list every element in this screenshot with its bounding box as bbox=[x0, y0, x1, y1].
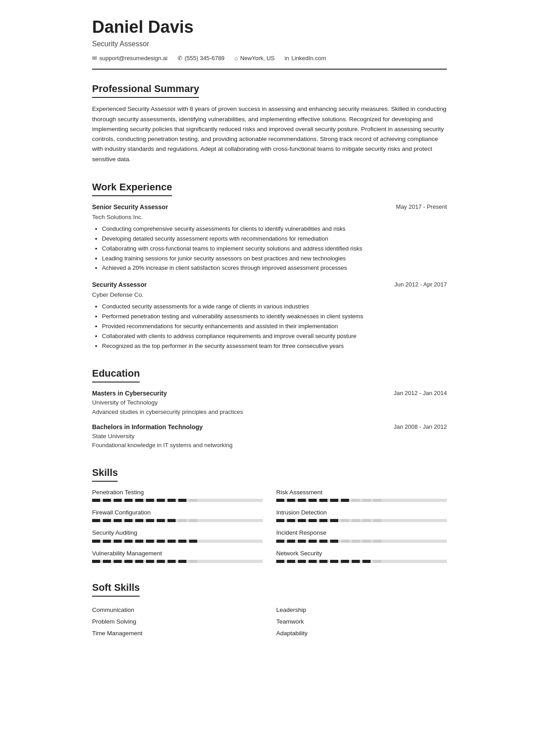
candidate-name: Daniel Davis bbox=[92, 18, 447, 37]
job-role: Security Assessor bbox=[92, 280, 147, 290]
skill-name: Firewall Configuration bbox=[92, 508, 263, 517]
edu-school: University of Technology bbox=[92, 398, 447, 407]
bullet-item: Conducted security assessments for a wid… bbox=[102, 302, 447, 312]
job-bullets: Conducted security assessments for a wid… bbox=[92, 302, 447, 351]
edu-date: Jan 2012 - Jan 2014 bbox=[393, 389, 447, 398]
contact-phone: ✆ (555) 345-6789 bbox=[177, 54, 225, 63]
skill-bar bbox=[276, 560, 447, 563]
job-date: May 2017 - Present bbox=[396, 202, 447, 211]
job-entry: Senior Security Assessor May 2017 - Pres… bbox=[92, 202, 447, 273]
edu-desc: Advanced studies in cybersecurity princi… bbox=[92, 408, 447, 417]
work-experience-title: Work Experience bbox=[92, 180, 172, 196]
skill-bar bbox=[92, 560, 263, 563]
edu-date: Jan 2008 - Jan 2012 bbox=[393, 422, 447, 431]
skill-name: Risk Assessment bbox=[276, 488, 447, 497]
bullet-item: Achieved a 20% increase in client satisf… bbox=[102, 264, 447, 273]
skill-item: Firewall Configuration bbox=[92, 508, 263, 522]
skill-name: Network Security bbox=[276, 549, 447, 558]
job-company: Cyber Defense Co. bbox=[92, 290, 447, 299]
skill-bar bbox=[92, 519, 263, 522]
location-icon: ⌂ bbox=[234, 54, 238, 63]
skill-item: Intrusion Detection bbox=[276, 508, 447, 522]
skill-bar bbox=[276, 499, 447, 502]
skill-bar bbox=[92, 540, 263, 543]
edu-degree: Bachelors in Information Technology bbox=[92, 422, 203, 432]
candidate-title: Security Assessor bbox=[92, 39, 447, 49]
bullet-item: Developing detailed security assessment … bbox=[102, 234, 447, 244]
skill-bar bbox=[276, 519, 447, 522]
skills-grid: Penetration Testing Risk Assessment Fire… bbox=[92, 488, 447, 565]
edu-school: State University bbox=[92, 432, 447, 441]
education-list: Masters in Cybersecurity Jan 2012 - Jan … bbox=[92, 389, 447, 450]
skills-section: Skills Penetration Testing Risk Assessme… bbox=[92, 462, 447, 565]
education-section: Education Masters in Cybersecurity Jan 2… bbox=[92, 363, 447, 450]
jobs-list: Senior Security Assessor May 2017 - Pres… bbox=[92, 202, 447, 351]
bullet-item: Recognized as the top performer in the s… bbox=[102, 342, 447, 351]
contact-linkedin: in LinkedIn.com bbox=[285, 54, 326, 63]
skill-bar bbox=[276, 540, 447, 543]
contact-row: ✉ support@resumedesign.ai ✆ (555) 345-67… bbox=[92, 54, 447, 63]
header: Daniel Davis Security Assessor ✉ support… bbox=[92, 18, 447, 70]
summary-text: Experienced Security Assessor with 8 yea… bbox=[92, 104, 447, 164]
professional-summary-title: Professional Summary bbox=[92, 81, 199, 98]
skill-name: Incident Response bbox=[276, 528, 447, 537]
linkedin-icon: in bbox=[285, 54, 289, 63]
contact-email: ✉ support@resumedesign.ai bbox=[92, 54, 168, 63]
bullet-item: Conducting comprehensive security assess… bbox=[102, 224, 447, 234]
soft-skills-grid: CommunicationLeadershipProblem SolvingTe… bbox=[92, 606, 447, 638]
skill-item: Vulnerability Management bbox=[92, 549, 263, 563]
job-bullets: Conducting comprehensive security assess… bbox=[92, 224, 447, 273]
header-divider bbox=[92, 69, 447, 70]
bullet-item: Leading training sessions for junior sec… bbox=[102, 254, 447, 264]
soft-skills-section: Soft Skills CommunicationLeadershipProbl… bbox=[92, 577, 447, 638]
soft-skill-item: Communication bbox=[92, 606, 263, 615]
bullet-item: Provided recommendations for security en… bbox=[102, 322, 447, 331]
skills-title: Skills bbox=[92, 465, 118, 482]
soft-skill-item: Teamwork bbox=[276, 617, 447, 626]
contact-location: ⌂ NewYork, US bbox=[234, 54, 275, 63]
edu-degree: Masters in Cybersecurity bbox=[92, 389, 167, 398]
bullet-item: Collaborating with cross-functional team… bbox=[102, 244, 447, 254]
skill-name: Vulnerability Management bbox=[92, 549, 263, 558]
soft-skill-item: Time Management bbox=[92, 629, 263, 638]
skill-item: Security Auditing bbox=[92, 528, 263, 542]
skill-item: Risk Assessment bbox=[276, 488, 447, 502]
job-entry: Security Assessor Jun 2012 - Apr 2017 Cy… bbox=[92, 280, 447, 351]
soft-skills-title: Soft Skills bbox=[92, 580, 140, 597]
education-title: Education bbox=[92, 366, 140, 382]
job-role: Senior Security Assessor bbox=[92, 202, 168, 212]
skill-name: Security Auditing bbox=[92, 528, 263, 537]
skill-bar bbox=[92, 499, 263, 502]
soft-skill-item: Leadership bbox=[276, 606, 447, 615]
phone-icon: ✆ bbox=[177, 54, 182, 63]
bullet-item: Performed penetration testing and vulner… bbox=[102, 312, 447, 321]
edu-desc: Foundational knowledge in IT systems and… bbox=[92, 441, 447, 450]
skill-item: Incident Response bbox=[276, 528, 447, 542]
skill-item: Penetration Testing bbox=[92, 488, 263, 502]
edu-entry: Bachelors in Information Technology Jan … bbox=[92, 422, 447, 450]
bullet-item: Collaborated with clients to address com… bbox=[102, 332, 447, 341]
skill-name: Intrusion Detection bbox=[276, 508, 447, 517]
skill-name: Penetration Testing bbox=[92, 488, 263, 497]
job-company: Tech Solutions Inc. bbox=[92, 213, 447, 222]
email-icon: ✉ bbox=[92, 54, 97, 63]
soft-skill-item: Problem Solving bbox=[92, 617, 263, 626]
job-date: Jun 2012 - Apr 2017 bbox=[394, 280, 447, 289]
edu-entry: Masters in Cybersecurity Jan 2012 - Jan … bbox=[92, 389, 447, 416]
soft-skill-item: Adaptability bbox=[276, 629, 447, 638]
work-experience-section: Work Experience Senior Security Assessor… bbox=[92, 177, 447, 351]
skill-item: Network Security bbox=[276, 549, 447, 563]
professional-summary-section: Professional Summary Experienced Securit… bbox=[92, 79, 447, 164]
